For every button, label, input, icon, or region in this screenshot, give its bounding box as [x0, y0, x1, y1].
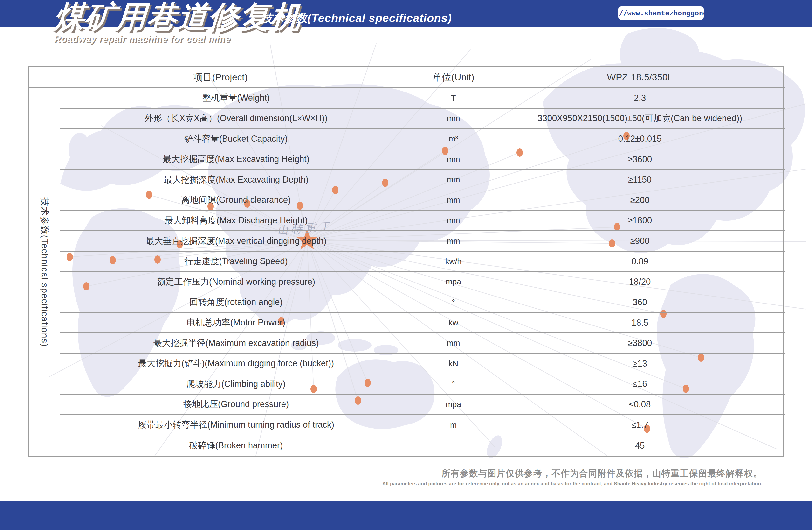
table-cell-unit: kw/h — [412, 252, 495, 272]
table-cell-value: 0.12±0.015 — [495, 129, 785, 150]
table-cell-project: 爬坡能力(Climbing ability) — [60, 374, 412, 395]
table-cell-value: ≥1150 — [495, 170, 785, 190]
table-cell-unit: mm — [412, 333, 495, 354]
table-cell-unit: kN — [412, 354, 495, 374]
table-cell-value: ≥1800 — [495, 211, 785, 231]
table-cell-unit: mm — [412, 109, 495, 129]
table-cell-project: 离地间隙(Ground clearance) — [60, 190, 412, 211]
table-cell-unit: mm — [412, 170, 495, 190]
side-vertical-label: 技术参数(Technical specifications) — [39, 197, 50, 347]
table-cell-project: 最大挖掘力(铲斗)(Maximum digging force (bucket)… — [60, 354, 412, 374]
table-cell-value: ≤1.7 — [495, 415, 785, 436]
table-cell-value: 18/20 — [495, 272, 785, 293]
table-cell-project: 行走速度(Traveling Speed) — [60, 252, 412, 272]
table-cell-project: 最大卸料高度(Max Discharge Height) — [60, 211, 412, 231]
table-cell-unit: mm — [412, 231, 495, 252]
table-cell-unit: mpa — [412, 394, 495, 415]
table-cell-project: 最大挖掘半径(Maximum excavation radius) — [60, 333, 412, 354]
side-vertical-label-cell: 技术参数(Technical specifications) — [29, 88, 60, 456]
footer-band — [0, 501, 812, 530]
table-cell-value: 360 — [495, 292, 785, 313]
table-cell-value: ≥3600 — [495, 150, 785, 170]
table-cell-unit: mpa — [412, 272, 495, 293]
table-cell-project: 整机重量(Weight) — [60, 88, 412, 109]
table-cell-unit: ° — [412, 374, 495, 395]
table-cell-unit: ° — [412, 292, 495, 313]
table-cell-project: 最大挖掘高度(Max Excavating Height) — [60, 150, 412, 170]
column-header-model: WPZ-18.5/350L — [495, 67, 785, 88]
table-cell-unit: m³ — [412, 129, 495, 150]
table-cell-value: 3300X950X2150(1500)±50(可加宽(Can be widene… — [495, 109, 785, 129]
table-cell-project: 额定工作压力(Nominal working pressure) — [60, 272, 412, 293]
table-cell-project: 破碎锤(Broken hammer) — [60, 435, 412, 456]
table-cell-unit: m — [412, 415, 495, 436]
table-cell-value: ≥13 — [495, 354, 785, 374]
table-cell-value: 18.5 — [495, 313, 785, 333]
table-cell-value: ≥900 — [495, 231, 785, 252]
table-cell-value: ≤16 — [495, 374, 785, 395]
table-cell-project: 最大挖掘深度(Max Excavating Depth) — [60, 170, 412, 190]
page-title: 技术参数(Technical specifications) — [261, 11, 452, 26]
table-cell-value: ≥200 — [495, 190, 785, 211]
table-cell-unit: mm — [412, 211, 495, 231]
table-cell-project: 最大垂直挖掘深度(Max vertical dingging depth) — [60, 231, 412, 252]
table-cell-value: 45 — [495, 435, 785, 456]
table-cell-project: 电机总功率(Motor Power) — [60, 313, 412, 333]
table-cell-value: 0.89 — [495, 252, 785, 272]
table-cell-unit: T — [412, 88, 495, 109]
table-cell-unit: mm — [412, 190, 495, 211]
table-cell-value: ≥3800 — [495, 333, 785, 354]
table-cell-project: 接地比压(Ground pressure) — [60, 394, 412, 415]
column-header-project: 项目(Project) — [29, 67, 412, 88]
table-cell-unit: kw — [412, 313, 495, 333]
brand-subtitle: Roadway repair machine for coal mine — [54, 34, 301, 44]
table-cell-unit — [412, 435, 495, 456]
table-cell-project: 外形（长X宽X高）(Overall dimension(L×W×H)) — [60, 109, 412, 129]
column-header-unit: 单位(Unit) — [412, 67, 495, 88]
disclaimer-chinese: 所有参数与图片仅供参考，不作为合同附件及依据，山特重工保留最终解释权。 — [382, 468, 762, 479]
table-cell-project: 履带最小转弯半径(Minimum turning radius of track… — [60, 415, 412, 436]
disclaimer-block: 所有参数与图片仅供参考，不作为合同附件及依据，山特重工保留最终解释权。 All … — [382, 468, 762, 487]
disclaimer-english: All parameters and pictures are for refe… — [382, 481, 762, 487]
website-link[interactable]: Http://www.shantezhonggong.com — [618, 6, 704, 20]
table-cell-value: 2.3 — [495, 88, 785, 109]
table-cell-project: 铲斗容量(Bucket Capacity) — [60, 129, 412, 150]
specifications-table: 项目(Project) 单位(Unit) WPZ-18.5/350L 技术参数(… — [28, 66, 784, 457]
website-url-text: Http://www.shantezhonggong.com — [598, 9, 724, 17]
table-cell-project: 回转角度(rotation angle) — [60, 292, 412, 313]
table-cell-value: ≤0.08 — [495, 394, 785, 415]
table-cell-unit: mm — [412, 150, 495, 170]
